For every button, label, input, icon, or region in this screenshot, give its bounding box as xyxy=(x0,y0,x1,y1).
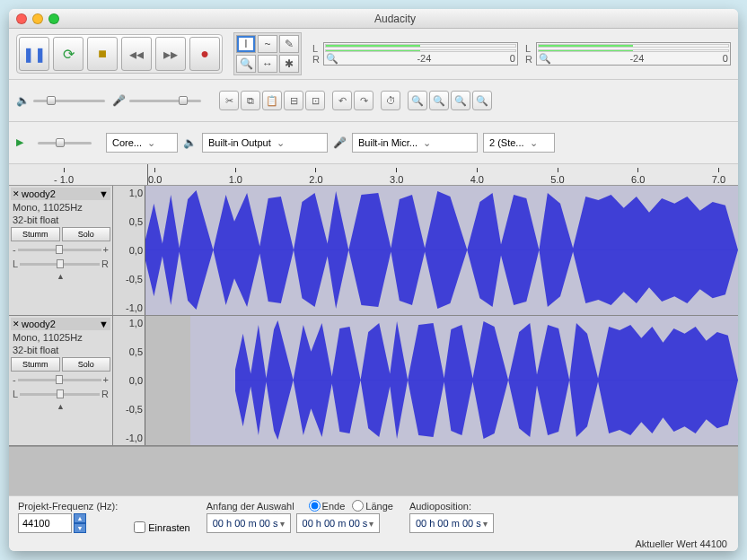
track-name[interactable]: woody2 xyxy=(22,188,56,199)
multi-tool[interactable]: ✱ xyxy=(279,55,299,73)
minimize-icon[interactable] xyxy=(32,13,43,24)
timeshift-tool[interactable]: ↔ xyxy=(258,55,277,73)
silence-button[interactable]: ⊡ xyxy=(305,91,325,110)
track-menu-button[interactable]: ▼ xyxy=(99,188,109,199)
channels-select[interactable]: 2 (Ste...⌄ xyxy=(483,133,555,153)
pan-slider[interactable]: LR xyxy=(11,258,110,270)
time-ruler[interactable]: - 1.0 0.0 1.0 2.0 3.0 4.0 5.0 6.0 7.0 xyxy=(9,164,738,186)
window-controls xyxy=(16,13,59,24)
audio-position-time[interactable]: 00 h 00 m 00 s▾ xyxy=(409,513,494,533)
track-close-button[interactable]: ✕ xyxy=(13,319,20,328)
input-select[interactable]: Built-in Micr...⌄ xyxy=(352,133,478,153)
playback-meter[interactable]: LR 🔍-240 xyxy=(312,42,518,66)
record-volume: 🎤 xyxy=(112,94,201,107)
divider[interactable] xyxy=(97,125,101,161)
device-toolbar: ▶ Core...⌄ 🔈 Built-in Output⌄ 🎤 Built-in… xyxy=(9,122,738,164)
mic-icon: 🎤 xyxy=(112,94,126,107)
mute-button[interactable]: Stumm xyxy=(11,227,60,241)
playback-volume: 🔈 xyxy=(16,94,105,107)
skip-end-button[interactable]: ▸▸ xyxy=(155,37,186,71)
speed-slider[interactable] xyxy=(38,142,92,144)
track: ✕ woody2 ▼ Mono, 11025Hz 32-bit float St… xyxy=(9,186,738,316)
track-panel: ✕ woody2 ▼ Mono, 11025Hz 32-bit float St… xyxy=(9,316,113,445)
window-title: Audacity xyxy=(59,13,731,25)
speaker-icon: 🔈 xyxy=(16,94,30,107)
cut-button[interactable]: ✂ xyxy=(219,91,239,110)
waveform[interactable] xyxy=(145,186,738,315)
undo-toolbar: ↶ ↷ xyxy=(332,91,374,110)
fit-selection-button[interactable]: 🔍 xyxy=(451,91,470,110)
gain-slider[interactable]: -+ xyxy=(11,243,110,256)
meters: LR 🔍-240 LR 🔍-240 xyxy=(305,42,731,66)
collapse-button[interactable]: ▲ xyxy=(11,272,110,281)
tool-grid: I ~ ✎ 🔍 ↔ ✱ xyxy=(233,32,302,75)
solo-button[interactable]: Solo xyxy=(62,227,111,241)
draw-tool[interactable]: ✎ xyxy=(279,35,299,53)
record-slider[interactable] xyxy=(129,100,201,102)
transport-controls: ❚❚ ⟳ ■ ◂◂ ▸▸ ● xyxy=(16,34,223,74)
amplitude-scale: 1,00,50,0-0,5-1,0 xyxy=(113,316,145,445)
track-menu-button[interactable]: ▼ xyxy=(99,319,109,329)
trim-button[interactable]: ⊟ xyxy=(284,91,303,110)
sel-start-time[interactable]: 00 h 00 m 00 s▾ xyxy=(207,513,291,533)
track-close-button[interactable]: ✕ xyxy=(13,189,20,198)
divider[interactable] xyxy=(226,36,230,72)
selection-tool[interactable]: I xyxy=(236,35,256,53)
collapse-button[interactable]: ▲ xyxy=(11,402,110,411)
amplitude-scale: 1,00,50,0-0,5-1,0 xyxy=(113,186,145,315)
track-name[interactable]: woody2 xyxy=(22,319,56,329)
sync-button[interactable]: ⏱ xyxy=(381,91,400,110)
sel-end-time[interactable]: 00 h 00 m 00 s▾ xyxy=(296,513,381,533)
edit-toolbar: ✂ ⧉ 📋 ⊟ ⊡ xyxy=(219,91,325,110)
fit-project-button[interactable]: 🔍 xyxy=(472,91,492,110)
pause-button[interactable]: ❚❚ xyxy=(19,37,49,71)
play-button[interactable]: ⟳ xyxy=(53,37,83,71)
empty-track-area[interactable] xyxy=(9,446,738,468)
tracks-area: ✕ woody2 ▼ Mono, 11025Hz 32-bit float St… xyxy=(9,186,738,495)
undo-button[interactable]: ↶ xyxy=(332,91,352,110)
sel-start-label: Anfang der Auswahl xyxy=(207,501,294,512)
track-panel: ✕ woody2 ▼ Mono, 11025Hz 32-bit float St… xyxy=(9,186,113,315)
length-radio[interactable]: Länge xyxy=(352,500,393,512)
track: ✕ woody2 ▼ Mono, 11025Hz 32-bit float St… xyxy=(9,316,738,446)
host-select[interactable]: Core...⌄ xyxy=(106,133,178,153)
track-format: 32-bit float xyxy=(11,345,110,355)
playback-slider[interactable] xyxy=(33,100,105,102)
app-window: Audacity ❚❚ ⟳ ■ ◂◂ ▸▸ ● I ~ ✎ 🔍 ↔ ✱ LR 🔍… xyxy=(9,9,738,551)
gain-slider[interactable]: -+ xyxy=(11,373,110,386)
pan-slider[interactable]: LR xyxy=(11,388,110,400)
zoom-icon[interactable] xyxy=(48,13,59,24)
redo-button[interactable]: ↷ xyxy=(354,91,374,110)
record-button[interactable]: ● xyxy=(189,37,220,71)
mic-icon: 🎤 xyxy=(333,136,347,149)
rate-stepper[interactable]: ▲▼ xyxy=(74,513,86,533)
sync-toolbar: ⏱ xyxy=(381,91,400,110)
stop-button[interactable]: ■ xyxy=(87,37,118,71)
track-info: Mono, 11025Hz xyxy=(11,332,110,343)
close-icon[interactable] xyxy=(16,13,27,24)
zoom-in-button[interactable]: 🔍 xyxy=(408,91,427,110)
copy-button[interactable]: ⧉ xyxy=(241,91,260,110)
titlebar[interactable]: Audacity xyxy=(9,9,738,29)
meter-tick: 🔍 xyxy=(326,53,338,65)
mute-button[interactable]: Stumm xyxy=(11,357,60,372)
zoom-toolbar: 🔍 🔍 🔍 🔍 xyxy=(408,91,492,110)
zoom-out-button[interactable]: 🔍 xyxy=(429,91,449,110)
snap-checkbox[interactable]: Einrasten xyxy=(134,521,189,533)
zoom-tool[interactable]: 🔍 xyxy=(236,55,256,73)
end-radio[interactable]: Ende xyxy=(309,500,346,512)
skip-start-button[interactable]: ◂◂ xyxy=(121,37,152,71)
paste-button[interactable]: 📋 xyxy=(262,91,282,110)
waveform[interactable] xyxy=(145,316,738,445)
status-bar: Aktueller Wert 44100 xyxy=(9,537,738,551)
speaker-icon: 🔈 xyxy=(183,136,197,149)
record-meter[interactable]: LR 🔍-240 xyxy=(525,42,731,66)
solo-button[interactable]: Solo xyxy=(62,357,111,372)
audiopos-label: Audioposition: xyxy=(409,501,494,512)
rate-input[interactable] xyxy=(18,513,72,533)
track-info: Mono, 11025Hz xyxy=(11,202,110,213)
divider[interactable] xyxy=(208,83,212,118)
rate-label: Projekt-Frequenz (Hz): xyxy=(18,501,118,512)
output-select[interactable]: Built-in Output⌄ xyxy=(202,133,328,153)
envelope-tool[interactable]: ~ xyxy=(258,35,277,53)
